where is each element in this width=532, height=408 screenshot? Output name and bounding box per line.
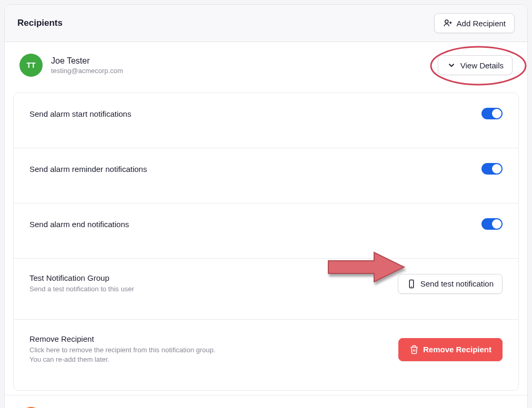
remove-recipient-button[interactable]: Remove Recipient: [398, 338, 503, 361]
phone-icon: [407, 279, 416, 289]
test-notification-text: Test Notification Group Send a test noti…: [29, 273, 134, 294]
add-recipient-button[interactable]: Add Recipient: [434, 13, 515, 33]
trash-icon: [409, 345, 419, 354]
recipient-row: TT Joe Tester testing@acmecorp.com View …: [5, 42, 527, 88]
toggle-label: Send alarm start notifications: [29, 109, 131, 118]
toggle-reminder-notifications[interactable]: [481, 163, 503, 175]
recipients-card: Recipients Add Recipient TT Joe Tester t…: [4, 4, 528, 408]
toggle-row-start: Send alarm start notifications: [14, 93, 518, 148]
view-details-button[interactable]: View Details: [438, 55, 513, 75]
recipient-email: testing@acmecorp.com: [51, 67, 123, 75]
chevron-down-icon: [447, 60, 456, 70]
test-notification-title: Test Notification Group: [29, 273, 134, 282]
remove-recipient-subtitle: Click here to remove the recipient from …: [29, 345, 215, 364]
recipient-name: Joe Tester: [51, 56, 123, 66]
recipient-details-panel: Send alarm start notifications Send alar…: [13, 93, 519, 391]
send-test-label: Send test notification: [420, 279, 494, 288]
add-user-icon: [443, 18, 453, 28]
remove-recipient-label: Remove Recipient: [423, 345, 491, 354]
test-notification-subtitle: Send a test notification to this user: [29, 284, 134, 294]
view-details-label: View Details: [460, 61, 504, 70]
recipient-info: TT Joe Tester testing@acmecorp.com: [19, 54, 123, 77]
remove-recipient-text: Remove Recipient Click here to remove th…: [29, 334, 215, 364]
recipients-header: Recipients Add Recipient: [5, 5, 527, 42]
page-title: Recipients: [17, 18, 63, 28]
avatar: TT: [19, 54, 43, 77]
add-recipient-label: Add Recipient: [457, 19, 506, 28]
send-test-notification-button[interactable]: Send test notification: [398, 274, 503, 294]
toggle-start-notifications[interactable]: [481, 108, 503, 119]
toggle-end-notifications[interactable]: [481, 218, 503, 230]
remove-recipient-row: Remove Recipient Click here to remove th…: [14, 320, 518, 390]
toggle-label: Send alarm reminder notifications: [29, 165, 147, 174]
toggle-row-reminder: Send alarm reminder notifications: [14, 148, 518, 203]
remove-recipient-title: Remove Recipient: [29, 334, 215, 343]
recipient-row: TT Sue Checker checking@acmecorp.com Vie…: [5, 395, 527, 408]
toggle-row-end: Send alarm end notifications: [14, 203, 518, 259]
test-notification-row: Test Notification Group Send a test noti…: [14, 259, 518, 320]
svg-point-1: [445, 20, 448, 23]
toggle-label: Send alarm end notifications: [29, 220, 129, 229]
